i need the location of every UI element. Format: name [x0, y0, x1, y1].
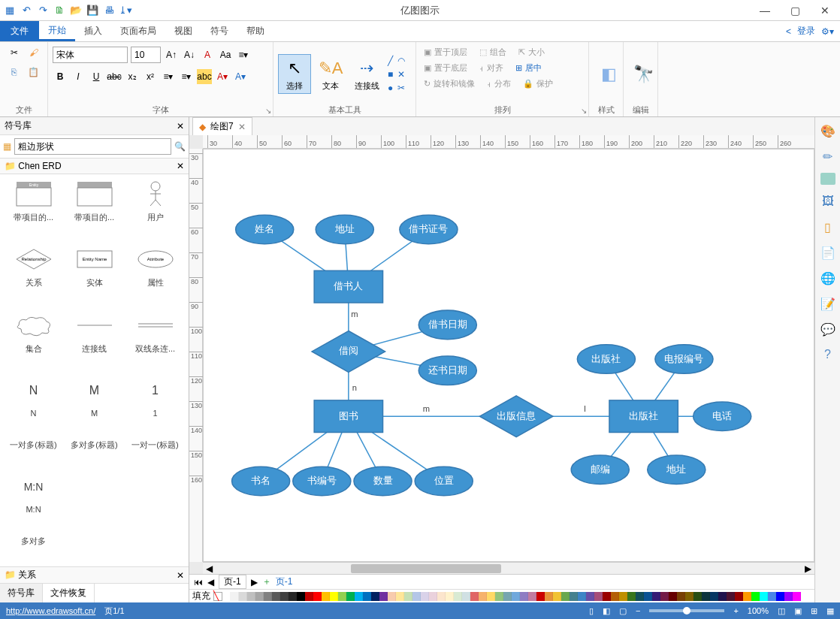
- color-swatch[interactable]: [305, 592, 313, 601]
- color-swatch[interactable]: [536, 592, 545, 601]
- image-icon[interactable]: 🖼: [819, 192, 837, 210]
- shape-n[interactable]: NN: [5, 376, 62, 433]
- category-relation[interactable]: 📁 关系 ✕: [0, 566, 189, 583]
- color-swatch[interactable]: [404, 592, 412, 601]
- color-swatch[interactable]: [545, 592, 553, 601]
- strikethrough-button[interactable]: abc: [107, 69, 122, 84]
- tab-file-recovery[interactable]: 文件恢复: [43, 584, 95, 602]
- fit-icon2[interactable]: ▣: [794, 606, 802, 616]
- line-shape-icon[interactable]: ╱: [388, 56, 393, 66]
- shape-1-n-title[interactable]: 一对多(标题): [5, 439, 62, 466]
- color-swatch[interactable]: [280, 592, 289, 601]
- text-tool-button[interactable]: ✎A 文本: [314, 55, 347, 93]
- export-icon[interactable]: ⤓▾: [119, 4, 132, 17]
- color-swatch[interactable]: [660, 592, 669, 601]
- horizontal-scrollbar[interactable]: ◀▶: [203, 562, 814, 574]
- protect-button[interactable]: 🔒 保护: [520, 77, 556, 91]
- comment-icon[interactable]: 💬: [819, 320, 837, 338]
- tab-view[interactable]: 视图: [165, 21, 201, 41]
- color-swatch[interactable]: [702, 592, 710, 601]
- category-chen-erd[interactable]: 📁 Chen ERD ✕: [0, 158, 189, 174]
- color-swatch[interactable]: [669, 592, 677, 601]
- maximize-button[interactable]: ▢: [780, 0, 810, 21]
- fit-icon4[interactable]: ▦: [826, 606, 834, 616]
- current-page[interactable]: 页-1: [219, 575, 246, 589]
- color-swatch[interactable]: [297, 592, 305, 601]
- redo-icon[interactable]: ↷: [36, 4, 50, 17]
- color-swatch[interactable]: [693, 592, 702, 601]
- color-swatch[interactable]: [421, 592, 429, 601]
- view-icon2[interactable]: ◧: [603, 606, 610, 616]
- font-size-input[interactable]: [131, 47, 161, 63]
- minimize-button[interactable]: ―: [750, 0, 780, 21]
- bring-front-button[interactable]: ▣ 置于顶层: [421, 45, 470, 59]
- color-swatch[interactable]: [388, 592, 396, 601]
- color-swatch[interactable]: [784, 592, 793, 601]
- color-swatch[interactable]: [470, 592, 479, 601]
- find-button[interactable]: 🔭: [628, 61, 658, 88]
- color-swatch[interactable]: [677, 592, 685, 601]
- increase-font-icon[interactable]: A↑: [164, 47, 179, 62]
- color-swatch[interactable]: [611, 592, 619, 601]
- color-swatch[interactable]: [619, 592, 627, 601]
- note-icon[interactable]: 📝: [819, 294, 837, 313]
- view-icon3[interactable]: ▢: [619, 606, 627, 616]
- save-icon[interactable]: 💾: [86, 4, 99, 17]
- color-swatch[interactable]: [520, 592, 528, 601]
- login-link[interactable]: 登录: [797, 25, 815, 38]
- open-icon[interactable]: 📂: [69, 4, 83, 17]
- color-swatch[interactable]: [313, 592, 322, 601]
- zoom-in-icon[interactable]: +: [733, 606, 738, 615]
- shape-double-line[interactable]: 双线条连...: [126, 310, 184, 370]
- bold-button[interactable]: B: [53, 69, 68, 84]
- align-button[interactable]: ⫞ 对齐: [476, 61, 506, 75]
- color-swatch[interactable]: [594, 592, 603, 601]
- paste-icon[interactable]: 📋: [26, 65, 41, 80]
- shape-relationship[interactable]: Relationship关系: [5, 244, 62, 303]
- help-icon[interactable]: ?: [819, 346, 837, 364]
- change-case-icon[interactable]: Aa: [218, 47, 233, 62]
- color-swatch[interactable]: [586, 592, 594, 601]
- color-swatch[interactable]: [776, 592, 784, 601]
- close-category2-icon[interactable]: ✕: [177, 570, 184, 581]
- shape-attribute[interactable]: Attribute属性: [126, 244, 184, 303]
- color-swatch[interactable]: [751, 592, 760, 601]
- clear-format-icon[interactable]: A: [200, 47, 215, 62]
- select-tool-button[interactable]: ↖ 选择: [278, 54, 311, 94]
- center-button[interactable]: ⊞ 居中: [512, 61, 545, 75]
- theme-icon[interactable]: 🎨: [819, 122, 837, 140]
- layers-icon[interactable]: ▯: [819, 218, 837, 236]
- fit-icon3[interactable]: ⊞: [811, 606, 817, 616]
- shape-entity-list2[interactable]: 带项目的...: [65, 179, 123, 238]
- color-swatch[interactable]: [644, 592, 652, 601]
- size-button[interactable]: ⇱ 大小: [515, 45, 548, 59]
- color-swatch[interactable]: [355, 592, 363, 601]
- color-swatch[interactable]: [231, 592, 239, 601]
- close-category-icon[interactable]: ✕: [177, 161, 184, 171]
- status-url[interactable]: http://www.edrawsoft.cn/: [6, 606, 95, 615]
- color-swatch[interactable]: [363, 592, 371, 601]
- shapes-search-input[interactable]: [14, 138, 171, 155]
- connector-tool-button[interactable]: ⇢ 连接线: [350, 55, 383, 93]
- zoom-out-icon[interactable]: −: [636, 606, 640, 615]
- color-swatch[interactable]: [570, 592, 578, 601]
- color-swatch[interactable]: [652, 592, 660, 601]
- rect-shape-icon[interactable]: ■: [388, 69, 393, 80]
- color-swatch[interactable]: [454, 592, 462, 601]
- color-swatch[interactable]: [446, 592, 454, 601]
- close-doc-icon[interactable]: ✕: [238, 122, 246, 132]
- shape-set[interactable]: 集合: [5, 310, 62, 370]
- first-page-icon[interactable]: ⏮: [194, 577, 203, 587]
- style-button[interactable]: ◧: [594, 61, 624, 88]
- cut-icon[interactable]: ✂: [7, 45, 22, 60]
- color-swatch[interactable]: [264, 592, 272, 601]
- color-swatch[interactable]: [627, 592, 636, 601]
- distribute-button[interactable]: ⫞ 分布: [484, 77, 514, 91]
- color-swatch[interactable]: [379, 592, 388, 601]
- shape-entity[interactable]: Entity Name实体: [65, 244, 123, 303]
- color-swatch[interactable]: [289, 592, 297, 601]
- color-swatch[interactable]: [636, 592, 644, 601]
- color-swatch[interactable]: [503, 592, 512, 601]
- underline-button[interactable]: U: [89, 69, 104, 84]
- document-tab[interactable]: ◆ 绘图7 ✕: [192, 117, 252, 135]
